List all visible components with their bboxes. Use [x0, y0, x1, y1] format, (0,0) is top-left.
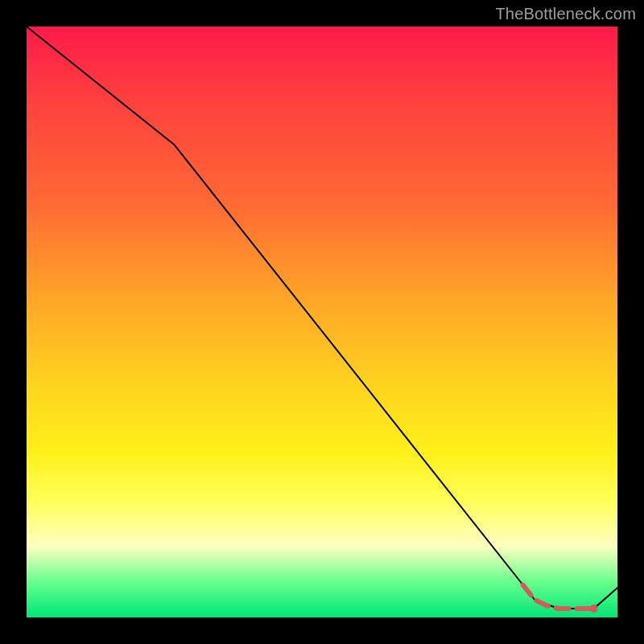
chart-overlay-svg: [0, 0, 644, 644]
curve-path: [27, 27, 617, 609]
end-dot-marker: [590, 605, 598, 613]
highlight-path: [523, 585, 594, 609]
chart-stage: TheBottleneck.com: [0, 0, 644, 644]
